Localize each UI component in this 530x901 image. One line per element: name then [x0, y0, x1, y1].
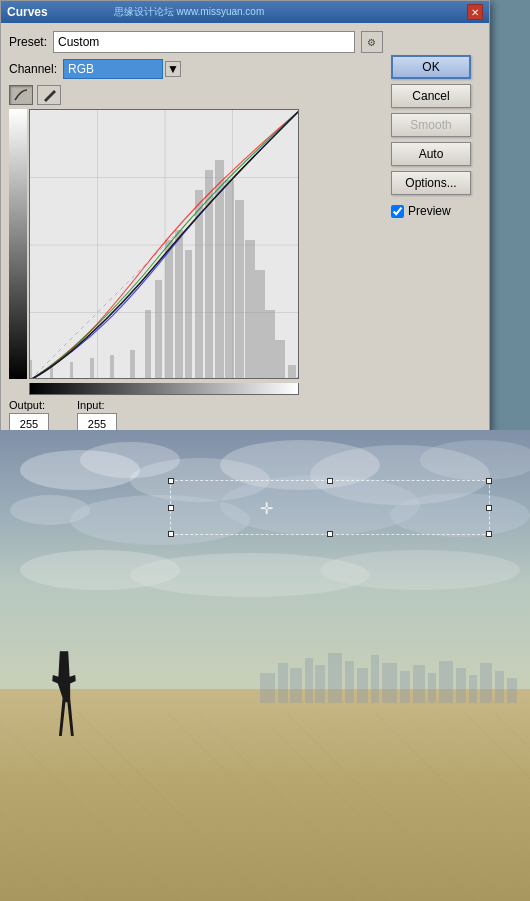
- svg-rect-22: [235, 200, 244, 379]
- svg-rect-25: [265, 310, 275, 379]
- preset-label: Preset:: [9, 35, 47, 49]
- selection-move-icon[interactable]: ✛: [260, 498, 273, 517]
- selection-handle-tl[interactable]: [168, 478, 174, 484]
- selection-handle-ml[interactable]: [168, 505, 174, 511]
- input-gradient-bar: [29, 383, 299, 395]
- curves-canvas-wrapper: [9, 109, 383, 379]
- curve-tools: [9, 85, 383, 105]
- city-skyline: [250, 643, 530, 703]
- left-panel: Preset: Custom Default Linear Contrast M…: [9, 31, 383, 494]
- options-button[interactable]: Options...: [391, 171, 471, 195]
- pencil-mode-button[interactable]: [37, 85, 61, 105]
- curves-canvas[interactable]: [29, 109, 299, 379]
- svg-rect-63: [480, 663, 492, 703]
- svg-rect-7: [30, 360, 32, 379]
- svg-rect-57: [400, 671, 410, 703]
- background-image: ✛: [0, 430, 530, 901]
- dialog-title: Curves: [7, 5, 48, 19]
- right-panel: OK Cancel Smooth Auto Options... Preview: [391, 31, 481, 494]
- svg-rect-60: [439, 661, 453, 703]
- svg-rect-10: [90, 358, 94, 379]
- selection-handle-br[interactable]: [486, 531, 492, 537]
- preview-label: Preview: [408, 204, 451, 218]
- selection-handle-tr[interactable]: [486, 478, 492, 484]
- preset-options-button[interactable]: ⚙: [361, 31, 383, 53]
- svg-rect-16: [175, 230, 183, 379]
- watermark-text: 思缘设计论坛 www.missyuan.com: [114, 5, 265, 19]
- svg-rect-64: [495, 671, 504, 703]
- curve-mode-button[interactable]: [9, 85, 33, 105]
- svg-rect-23: [245, 240, 255, 379]
- svg-rect-59: [428, 673, 436, 703]
- svg-rect-11: [110, 355, 114, 379]
- channel-label: Channel:: [9, 62, 57, 76]
- channel-dropdown-arrow[interactable]: ▼: [165, 61, 181, 77]
- preset-select[interactable]: Custom Default Linear Contrast Medium Co…: [53, 31, 355, 53]
- selection-handle-bl[interactable]: [168, 531, 174, 537]
- svg-rect-56: [382, 663, 397, 703]
- svg-rect-15: [165, 240, 173, 379]
- svg-point-46: [320, 550, 520, 590]
- selection-handle-mr[interactable]: [486, 505, 492, 511]
- svg-rect-65: [507, 678, 517, 703]
- svg-rect-26: [275, 340, 285, 379]
- sand-texture-overlay: [0, 713, 530, 901]
- preview-checkbox[interactable]: [391, 205, 404, 218]
- channel-row: Channel: RGB Red Green Blue ▼: [9, 59, 383, 79]
- svg-rect-14: [155, 280, 162, 379]
- output-label: Output:: [9, 399, 49, 411]
- svg-rect-48: [278, 663, 288, 703]
- curves-dialog: Curves 思缘设计论坛 www.missyuan.com ✕ Preset:…: [0, 0, 490, 503]
- close-button[interactable]: ✕: [467, 4, 483, 20]
- channel-select[interactable]: RGB Red Green Blue: [63, 59, 163, 79]
- svg-rect-49: [290, 668, 302, 703]
- input-label: Input:: [77, 399, 117, 411]
- preset-row: Preset: Custom Default Linear Contrast M…: [9, 31, 383, 53]
- svg-rect-52: [328, 653, 342, 703]
- selection-box: ✛: [170, 480, 490, 535]
- svg-rect-53: [345, 661, 354, 703]
- smooth-button[interactable]: Smooth: [391, 113, 471, 137]
- svg-rect-9: [70, 362, 73, 379]
- cancel-button[interactable]: Cancel: [391, 84, 471, 108]
- output-gradient-bar: [9, 109, 27, 379]
- svg-rect-51: [315, 665, 325, 703]
- svg-rect-61: [456, 668, 466, 703]
- auto-button[interactable]: Auto: [391, 142, 471, 166]
- svg-rect-58: [413, 665, 425, 703]
- svg-rect-21: [225, 180, 234, 379]
- svg-rect-27: [288, 365, 296, 379]
- selection-handle-tm[interactable]: [327, 478, 333, 484]
- svg-rect-47: [260, 673, 275, 703]
- title-bar: Curves 思缘设计论坛 www.missyuan.com ✕: [1, 1, 489, 23]
- preview-row: Preview: [391, 204, 481, 218]
- svg-rect-50: [305, 658, 313, 703]
- svg-rect-62: [469, 675, 477, 703]
- svg-rect-55: [371, 655, 379, 703]
- svg-rect-13: [145, 310, 151, 379]
- svg-rect-17: [185, 250, 192, 379]
- svg-rect-24: [255, 270, 265, 379]
- svg-rect-54: [357, 668, 368, 703]
- ok-button[interactable]: OK: [391, 55, 471, 79]
- svg-text:⚙: ⚙: [367, 37, 376, 48]
- svg-rect-12: [130, 350, 135, 379]
- selection-handle-bm[interactable]: [327, 531, 333, 537]
